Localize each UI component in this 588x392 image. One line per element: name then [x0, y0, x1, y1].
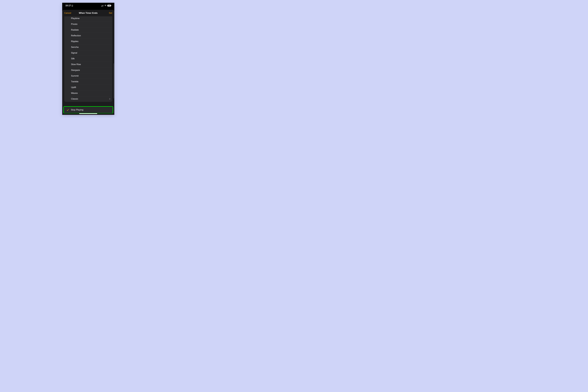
phone-screen: 10:17 89 Cancel When Timer Ends — [62, 3, 114, 115]
status-time: 10:17 — [66, 4, 71, 7]
battery-indicator: 89 — [108, 5, 111, 6]
sound-row[interactable]: Reflection — [64, 33, 112, 38]
checkmark-icon — [67, 107, 69, 113]
sound-list: PlaytimePrestoRadiateReflectionRipplesSe… — [64, 16, 112, 102]
wifi-icon — [104, 4, 106, 7]
sound-scroll-area[interactable]: PlaytimePrestoRadiateReflectionRipplesSe… — [62, 16, 114, 113]
row-label: Presto — [71, 23, 78, 26]
classic-row[interactable]: Classic — [64, 96, 112, 102]
row-label: Playtime — [71, 17, 80, 20]
highlight-box: Stop Playing — [63, 106, 113, 113]
row-label: Summit — [71, 74, 79, 77]
sound-row[interactable]: Playtime — [64, 16, 112, 21]
sound-row[interactable]: Ripples — [64, 38, 112, 44]
row-label: Slow Rise — [71, 63, 81, 66]
sound-row[interactable]: Presto — [64, 21, 112, 27]
stop-playing-card: Stop Playing — [64, 107, 112, 113]
row-label: Ripples — [71, 40, 78, 43]
scrollbar-thumb[interactable] — [114, 63, 114, 98]
sound-row[interactable]: Summit — [64, 73, 112, 79]
row-label: Silk — [71, 57, 74, 60]
status-right: 89 — [101, 4, 111, 7]
stop-playing-row[interactable]: Stop Playing — [64, 107, 112, 113]
sound-row[interactable]: Stargaze — [64, 67, 112, 73]
sound-row[interactable]: Signal — [64, 50, 112, 56]
chevron-right-icon — [109, 98, 110, 100]
row-label: Sencha — [71, 46, 79, 48]
cancel-button[interactable]: Cancel — [64, 12, 71, 14]
row-label: Reflection — [71, 34, 81, 37]
sound-row[interactable]: Waves — [64, 90, 112, 96]
row-label: Radiate — [71, 28, 79, 31]
sound-row[interactable]: Silk — [64, 56, 112, 62]
row-label: Uplift — [71, 86, 76, 89]
row-label: Twinkle — [71, 80, 78, 83]
section-gap — [64, 102, 112, 106]
timer-end-sheet: Cancel When Timer Ends Set PlaytimePrest… — [62, 10, 114, 115]
status-bar: 10:17 89 — [62, 3, 114, 9]
battery-percent: 89 — [108, 5, 110, 6]
row-label: Signal — [71, 52, 77, 54]
row-label: Stop Playing — [71, 108, 83, 111]
cellular-signal-icon — [101, 5, 104, 6]
sound-row[interactable]: Slow Rise — [64, 62, 112, 67]
sound-row[interactable]: Sencha — [64, 44, 112, 50]
portrait-lock-icon — [72, 5, 73, 6]
row-label: Classic — [71, 98, 78, 100]
sound-row[interactable]: Uplift — [64, 84, 112, 90]
row-label: Stargaze — [71, 69, 80, 72]
row-label: Waves — [71, 92, 78, 94]
sheet-nav-bar: Cancel When Timer Ends Set — [62, 10, 114, 16]
sheet-title: When Timer Ends — [79, 12, 98, 14]
home-indicator[interactable] — [79, 113, 97, 114]
status-left: 10:17 — [66, 4, 73, 7]
set-button[interactable]: Set — [109, 12, 112, 14]
sound-row[interactable]: Radiate — [64, 27, 112, 33]
sound-row[interactable]: Twinkle — [64, 79, 112, 84]
